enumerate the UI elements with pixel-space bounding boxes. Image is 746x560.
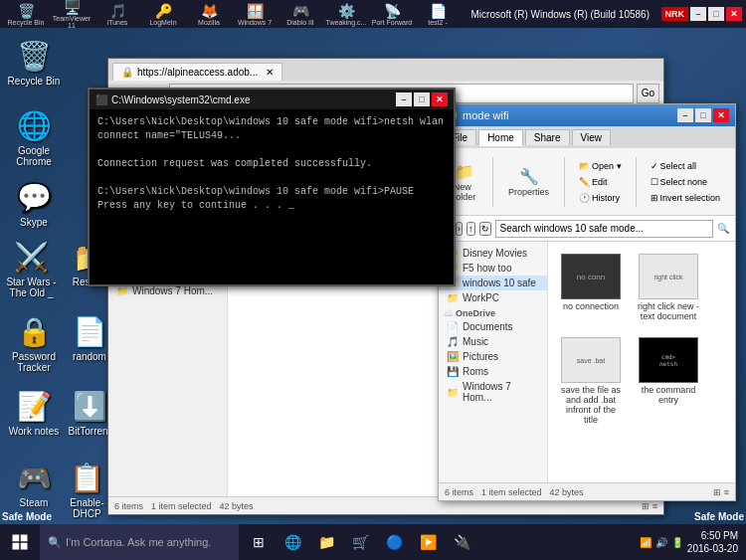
roms-sidebar-icon: 💾 [447, 366, 459, 377]
status-items: 6 items [114, 501, 143, 511]
portforward-label: Port Forward [372, 19, 412, 26]
desktop-icon-password[interactable]: 🔒 Password Tracker [4, 313, 64, 373]
desktop-icon-chrome[interactable]: 🌐 Google Chrome [4, 107, 64, 167]
taskbar-network-btn[interactable]: 🔌 [446, 526, 477, 558]
taskbar-explorer-btn[interactable]: 📁 [310, 526, 342, 558]
browser-maximize-btn[interactable]: □ [708, 7, 724, 21]
taskbar-logmein[interactable]: 🔑 LogMeIn [141, 1, 185, 27]
desktop-icon-steam[interactable]: 🎮 Steam [4, 460, 64, 508]
cmd-maximize-btn[interactable]: □ [414, 93, 430, 106]
view-icons[interactable]: ⊞ ≡ [642, 501, 657, 511]
desktop-icon-skype[interactable]: 💬 Skype [4, 179, 64, 228]
clock-time: 6:50 PM [687, 529, 738, 542]
taskbar-itunes[interactable]: 🎵 iTunes [95, 1, 139, 27]
cmd-line-2 [97, 143, 446, 157]
desktop-icon-enabledhcp[interactable]: 📋 Enable-DHCP [60, 460, 114, 519]
onedrive-name: OneDrive [456, 308, 495, 318]
browser-close-btn[interactable]: ✕ [726, 7, 742, 21]
sidebar-roms[interactable]: 💾 Roms [439, 364, 547, 379]
taskbar-mozilla[interactable]: 🦊 Mozilla [187, 1, 231, 27]
sidebar-documents[interactable]: 📄 Documents [439, 319, 547, 334]
cortana-search[interactable]: 🔍 I'm Cortana. Ask me anything. [40, 524, 239, 560]
itunes-icon: 🎵 [109, 3, 126, 19]
taskbar-chrome-btn[interactable]: 🔵 [378, 526, 410, 558]
sidebar-pictures[interactable]: 🖼️ Pictures [439, 349, 547, 364]
desktop-icon-recycle-bin[interactable]: 🗑️ Recycle Bin [4, 1, 48, 27]
browser-tab-close[interactable]: ✕ [266, 67, 274, 78]
recycle-bin-label: Recycle Bin [8, 19, 45, 26]
ribbon-properties-btn[interactable]: 🔧 Properties [503, 164, 554, 200]
ribbon-history-btn[interactable]: 🕐 History [575, 191, 626, 205]
taskbar-store-btn[interactable]: 🛒 [344, 526, 376, 558]
file-thumb-savefile[interactable]: save .bat save the file as and add .bat … [556, 333, 626, 429]
explorer-close-btn[interactable]: ✕ [713, 108, 729, 122]
cmd-line-3: Connection request was completed success… [97, 157, 446, 171]
explorer-search-btn[interactable]: 🔍 [717, 223, 729, 234]
tray-battery-icon: 🔋 [671, 537, 683, 548]
desktop: Safe Mode Safe Mode Safe Mode Safe Mode … [0, 0, 746, 560]
clock-date: 2016-03-20 [687, 542, 738, 555]
itunes-label: iTunes [107, 19, 128, 26]
worknotes-icon: 📝 [16, 388, 52, 424]
logmein-label: LogMeIn [149, 19, 176, 26]
sidebar-workpc[interactable]: 📁 WorkPC [439, 290, 547, 305]
taskbar-taskview-btn[interactable]: ⊞ [243, 526, 275, 558]
taskbar-tweaking[interactable]: ⚙️ Tweaking.c... [324, 1, 368, 27]
ribbon-open-btn[interactable]: 📂 Open ▾ [575, 159, 626, 173]
explorer-forward-btn[interactable]: › [456, 222, 463, 236]
cmd-line-4 [97, 171, 446, 185]
f5-name: F5 how too [463, 263, 511, 274]
explorer-maximize-btn[interactable]: □ [695, 108, 711, 122]
safe-mode-bottom-left: Safe Mode [2, 511, 52, 522]
taskbar-teamviewer[interactable]: 🖥️ TeamViewer 11 [50, 1, 93, 27]
explorer-refresh-btn[interactable]: ↻ [479, 222, 491, 236]
taskbar-edge-btn[interactable]: 🌐 [277, 526, 308, 558]
taskbar-clock[interactable]: 6:50 PM 2016-03-20 [687, 529, 738, 555]
properties-icon: 🔧 [519, 167, 539, 186]
sidebar-music[interactable]: 🎵 Music [439, 334, 547, 349]
ribbon-tab-share[interactable]: Share [525, 129, 570, 145]
ribbon-select-all-btn[interactable]: ✓ Select all [647, 159, 725, 173]
desktop-icon-worknotes[interactable]: 📝 Work notes [4, 388, 64, 437]
ribbon-tab-home[interactable]: Home [478, 129, 523, 146]
browser-go-btn[interactable]: Go [637, 84, 659, 103]
sidebar-win7home[interactable]: 📁 Windows 7 Hom... [439, 379, 547, 405]
new-folder-icon: 📁 [455, 162, 474, 181]
browser-minimize-btn[interactable]: – [690, 7, 706, 21]
start-button[interactable] [0, 524, 40, 560]
bittorrent-icon: ⬇️ [72, 388, 107, 424]
explorer-up-btn[interactable]: ↑ [466, 222, 475, 236]
file-thumb-noconnection[interactable]: no conn no connection [556, 250, 626, 325]
mozilla-label: Mozilla [198, 19, 220, 26]
taskbar-test2[interactable]: 📄 test2 - [416, 1, 460, 27]
edit-icon: ✏️ [579, 177, 590, 187]
disney-name: Disney Movies [463, 248, 527, 259]
taskbar-win7[interactable]: 🪟 Windows 7 [233, 1, 277, 27]
file-thumb-cmdentry[interactable]: cmd>netsh the command entry [634, 333, 703, 429]
ribbon-tab-view[interactable]: View [572, 129, 612, 145]
view-toggle-icons[interactable]: ⊞ ≡ [713, 487, 729, 497]
nrk-badge: NRK [661, 7, 689, 21]
cmd-close-btn[interactable]: ✕ [432, 93, 448, 106]
edit-label: Edit [592, 177, 608, 187]
ribbon-edit-btn[interactable]: ✏️ Edit [575, 175, 626, 189]
file-thumb-rightclick[interactable]: right click right click new - text docum… [634, 250, 703, 325]
worknotes-label: Work notes [9, 426, 59, 437]
desktop-icon-recycle-bin-left[interactable]: 🗑️ Recycle Bin [4, 38, 64, 87]
ribbon-invert-btn[interactable]: ⊞ Invert selection [647, 191, 725, 205]
taskbar-portforward[interactable]: 📡 Port Forward [370, 1, 414, 27]
music-name: Music [463, 336, 488, 347]
cmd-minimize-btn[interactable]: – [396, 93, 412, 106]
file-thumb-noconnection-img: no conn [561, 254, 621, 299]
desktop-icon-starwars[interactable]: ⚔️ Star Wars - The Old _ [4, 239, 59, 298]
status-selected: 1 item selected [151, 501, 212, 511]
browser-tab-alpine[interactable]: 🔒 https://alpineaccess.adob... ✕ [112, 63, 282, 81]
cmd-line-6: Press any key to continue . . . _ [97, 199, 446, 213]
explorer-minimize-btn[interactable]: – [677, 108, 693, 122]
browser-tab-label: https://alpineaccess.adob... [137, 67, 258, 78]
explorer-search-input[interactable] [495, 220, 714, 238]
ribbon-select-none-btn[interactable]: ☐ Select none [647, 175, 725, 189]
taskbar-media-btn[interactable]: ▶️ [412, 526, 444, 558]
test2-icon: 📄 [430, 3, 447, 19]
taskbar-diablo[interactable]: 🎮 Diablo III [279, 1, 322, 27]
